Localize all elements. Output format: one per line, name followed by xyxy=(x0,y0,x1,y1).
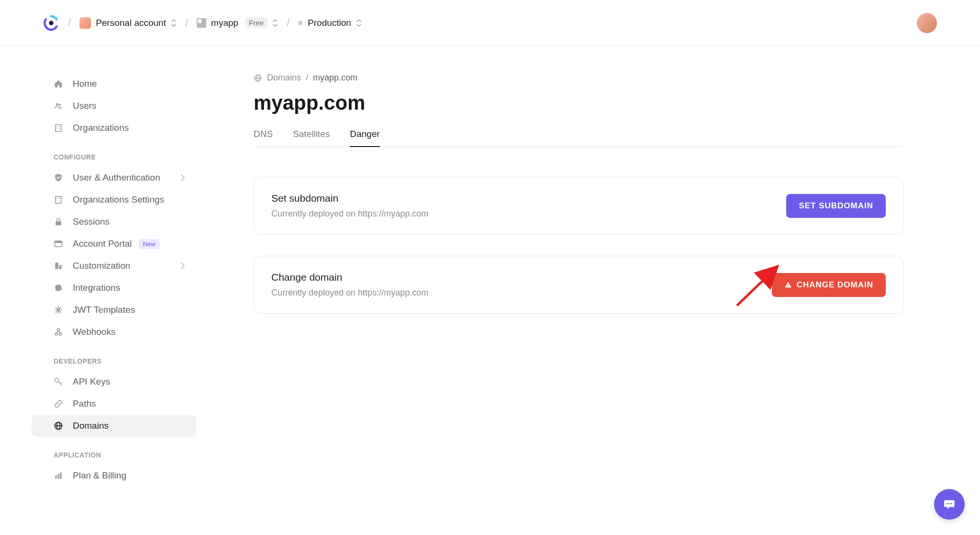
account-avatar xyxy=(79,17,91,29)
user-avatar[interactable] xyxy=(917,13,937,33)
app-switcher[interactable]: myapp Free xyxy=(197,17,278,28)
sidebar-item-label: Integrations xyxy=(73,283,120,293)
sidebar-item-org-settings[interactable]: Organizations Settings xyxy=(42,189,196,211)
paint-icon xyxy=(54,261,63,271)
breadcrumb-separator: / xyxy=(68,17,71,29)
sidebar-item-label: Webhooks xyxy=(73,327,115,337)
sidebar-item-label: Sessions xyxy=(73,216,110,227)
svg-rect-23 xyxy=(57,474,59,479)
sidebar-item-label: Home xyxy=(73,79,97,89)
breadcrumb-domains[interactable]: Domains xyxy=(267,73,301,83)
set-subdomain-button[interactable]: Set Subdomain xyxy=(786,194,886,218)
svg-point-0 xyxy=(49,21,53,25)
tab-danger[interactable]: Danger xyxy=(350,129,379,147)
svg-point-18 xyxy=(57,329,60,331)
svg-rect-15 xyxy=(59,265,62,269)
change-domain-button[interactable]: Change Domain xyxy=(772,273,886,297)
sidebar-item-jwt[interactable]: JWT Templates xyxy=(42,299,196,321)
env-status-dot xyxy=(298,21,303,25)
warning-icon xyxy=(784,281,792,289)
sidebar-item-users[interactable]: Users xyxy=(42,95,196,117)
sidebar-item-label: Organizations Settings xyxy=(73,194,164,205)
svg-rect-6 xyxy=(57,128,58,129)
svg-point-31 xyxy=(949,503,950,504)
users-icon xyxy=(54,101,63,111)
sidebar-item-label: Users xyxy=(73,101,97,111)
sidebar-item-api-keys[interactable]: API Keys xyxy=(42,371,196,393)
sidebar-item-home[interactable]: Home xyxy=(42,73,196,95)
header-right xyxy=(917,13,937,33)
globe-icon xyxy=(254,74,262,82)
chat-fab[interactable] xyxy=(934,489,965,520)
top-header: / Personal account / myapp Free / Produc… xyxy=(0,0,980,46)
svg-rect-24 xyxy=(60,472,61,478)
tab-dns[interactable]: DNS xyxy=(254,129,273,147)
svg-rect-9 xyxy=(57,198,58,199)
sidebar-item-integrations[interactable]: Integrations xyxy=(42,277,196,299)
building-icon xyxy=(54,195,63,205)
breadcrumb-separator: / xyxy=(306,73,308,83)
page-breadcrumb: Domains / myapp.com xyxy=(254,73,903,83)
sidebar-item-customization[interactable]: Customization xyxy=(42,255,196,277)
chevron-right-icon xyxy=(181,262,185,269)
sidebar-item-user-auth[interactable]: User & Authentication xyxy=(42,167,196,189)
svg-rect-4 xyxy=(57,126,58,127)
sidebar-item-domains[interactable]: Domains xyxy=(32,415,196,437)
lock-icon xyxy=(54,217,63,227)
sidebar-item-account-portal[interactable]: Account Portal New xyxy=(42,233,196,255)
svg-point-1 xyxy=(56,103,58,105)
plan-badge: Free xyxy=(245,17,267,28)
chevron-right-icon xyxy=(181,174,185,181)
account-switcher[interactable]: Personal account xyxy=(79,17,177,29)
globe-icon xyxy=(54,421,63,431)
button-label: Set Subdomain xyxy=(799,201,873,211)
environment-switcher[interactable]: Production xyxy=(298,18,362,28)
card-title: Change domain xyxy=(271,272,428,283)
sidebar-item-label: Paths xyxy=(73,398,96,409)
sidebar-section-developers: DEVELOPERS xyxy=(42,357,196,371)
sidebar-section-application: APPLICATION xyxy=(42,451,196,465)
tabs: DNS Satellites Danger xyxy=(254,129,903,147)
chat-icon xyxy=(943,498,956,511)
env-name: Production xyxy=(308,18,351,28)
sidebar-item-plan-billing[interactable]: Plan & Billing xyxy=(42,465,196,487)
svg-point-17 xyxy=(59,333,62,335)
puzzle-icon xyxy=(54,283,63,293)
svg-point-16 xyxy=(55,333,57,335)
header-breadcrumbs: / Personal account / myapp Free / Produc… xyxy=(43,15,362,31)
app-icon xyxy=(197,18,206,28)
card-subtitle: Currently deployed on https://myapp.com xyxy=(271,288,428,298)
breadcrumb-separator: / xyxy=(185,17,188,29)
card-title: Set subdomain xyxy=(271,193,428,204)
svg-rect-8 xyxy=(56,196,61,203)
chevron-up-down-icon xyxy=(171,19,177,27)
card-change-domain: Change domain Currently deployed on http… xyxy=(254,256,903,314)
page-title: myapp.com xyxy=(254,91,903,114)
clerk-logo[interactable] xyxy=(43,15,59,31)
sidebar-item-paths[interactable]: Paths xyxy=(42,393,196,415)
main-content: Domains / myapp.com myapp.com DNS Satell… xyxy=(196,46,980,501)
chevron-up-down-icon xyxy=(272,19,278,27)
building-icon xyxy=(54,123,63,133)
tab-satellites[interactable]: Satellites xyxy=(293,129,330,147)
sidebar-item-label: Organizations xyxy=(73,123,129,133)
sidebar-item-label: User & Authentication xyxy=(73,172,160,183)
sidebar: Home Users Organizations CONFIGURE User … xyxy=(0,46,196,501)
button-label: Change Domain xyxy=(797,280,873,290)
sidebar-section-configure: CONFIGURE xyxy=(42,153,196,167)
sidebar-item-label: JWT Templates xyxy=(73,305,135,315)
svg-rect-11 xyxy=(56,221,61,225)
sidebar-item-label: Customization xyxy=(73,261,130,271)
svg-point-30 xyxy=(947,503,948,504)
sidebar-item-sessions[interactable]: Sessions xyxy=(42,211,196,233)
svg-point-32 xyxy=(951,503,952,504)
home-icon xyxy=(54,79,63,89)
shield-icon xyxy=(54,173,63,182)
app-name: myapp xyxy=(211,18,238,28)
svg-rect-28 xyxy=(788,286,788,286)
breadcrumb-separator: / xyxy=(287,17,290,29)
sidebar-item-webhooks[interactable]: Webhooks xyxy=(42,321,196,343)
breadcrumb-current: myapp.com xyxy=(313,73,357,83)
sidebar-item-organizations[interactable]: Organizations xyxy=(42,117,196,139)
svg-rect-10 xyxy=(59,198,60,199)
